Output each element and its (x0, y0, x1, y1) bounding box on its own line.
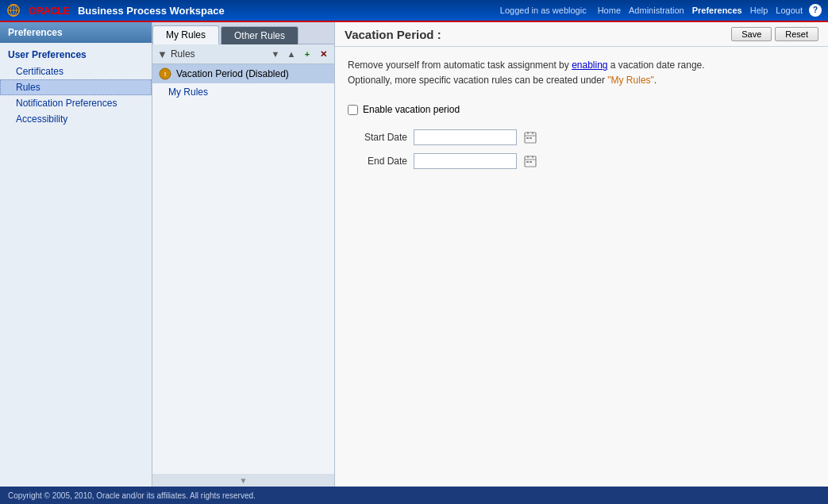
nav-administration[interactable]: Administration (626, 6, 687, 15)
rules-header: ▼ Rules ▼ ▲ + ✕ (152, 44, 334, 64)
add-rule-btn[interactable]: + (301, 48, 314, 60)
rule-item-label: Vacation Period (Disabled) (176, 68, 289, 79)
footer-copyright: Copyright © 2005, 2010, Oracle and/or it… (8, 491, 256, 500)
end-date-calendar-icon[interactable] (523, 154, 537, 168)
desc-line1: Remove yourself from automatic task assi… (348, 60, 705, 71)
start-date-label: Start Date (348, 132, 407, 143)
sidebar-item-rules[interactable]: Rules (0, 79, 152, 95)
content-title: Vacation Period : (345, 28, 441, 41)
end-date-row: End Date (348, 153, 815, 169)
my-rules-link[interactable]: "My Rules" (607, 75, 654, 86)
sidebar-item-certificates[interactable]: Certificates (0, 63, 152, 79)
enable-vacation-row: Enable vacation period (348, 104, 815, 115)
sidebar-header: Preferences (0, 22, 152, 43)
help-circle-icon: ? (809, 4, 822, 17)
nav-home[interactable]: Home (595, 6, 624, 15)
move-down-btn[interactable]: ▼ (269, 48, 282, 60)
nav-preferences[interactable]: Preferences (689, 6, 745, 15)
tabs-bar: My Rules Other Rules (152, 22, 334, 44)
tab-my-rules[interactable]: My Rules (152, 25, 219, 44)
nav-logout[interactable]: Logout (772, 6, 806, 15)
start-date-calendar-icon[interactable] (523, 130, 537, 144)
content-area: Preferences User Preferences Certificate… (0, 22, 828, 487)
content-panel: Vacation Period : Save Reset Remove your… (335, 22, 828, 487)
sidebar-section-label: User Preferences (0, 43, 152, 63)
vacation-period-icon: ! (159, 67, 171, 80)
move-up-btn[interactable]: ▲ (285, 48, 298, 60)
start-date-input[interactable] (414, 129, 517, 145)
nav-help[interactable]: Help (747, 6, 772, 15)
enabling-link[interactable]: enabling (572, 60, 607, 71)
desc-line2: Optionally, more specific vacation rules… (348, 75, 657, 86)
app-title: Business Process Workspace (78, 5, 225, 17)
rule-item-my-rules[interactable]: My Rules (152, 83, 334, 101)
rule-sub-label: My Rules (168, 87, 208, 98)
enable-vacation-checkbox[interactable] (348, 105, 358, 115)
oracle-logo: ORACLE Business Process Workspace (6, 3, 225, 17)
content-toolbar: Vacation Period : Save Reset (335, 22, 828, 47)
top-nav: Logged in as weblogic Home Administratio… (500, 4, 822, 17)
rules-collapse-icon[interactable]: ▼ (157, 48, 168, 60)
remove-rule-btn[interactable]: ✕ (317, 48, 329, 60)
reset-button[interactable]: Reset (775, 27, 818, 41)
svg-rect-10 (526, 137, 529, 139)
sidebar-item-accessibility[interactable]: Accessibility (0, 111, 152, 127)
enable-vacation-label: Enable vacation period (363, 104, 460, 115)
sidebar-item-notification-preferences[interactable]: Notification Preferences (0, 95, 152, 111)
content-body: Remove yourself from automatic task assi… (335, 47, 828, 487)
rules-panel-scroll-bottom: ▼ (152, 474, 334, 487)
footer: Copyright © 2005, 2010, Oracle and/or it… (0, 487, 828, 504)
save-button[interactable]: Save (731, 27, 772, 41)
rules-header-title: Rules (171, 48, 266, 60)
main-container: Preferences User Preferences Certificate… (0, 22, 828, 487)
toolbar-buttons: Save Reset (731, 27, 818, 41)
sidebar: Preferences User Preferences Certificate… (0, 22, 152, 487)
svg-text:!: ! (164, 71, 167, 78)
oracle-globe-icon (6, 3, 21, 17)
svg-rect-17 (530, 161, 532, 163)
rule-item-vacation-period[interactable]: ! Vacation Period (Disabled) (152, 64, 334, 83)
end-date-input[interactable] (414, 153, 517, 169)
end-date-label: End Date (348, 156, 407, 167)
rules-panel: My Rules Other Rules ▼ Rules ▼ ▲ + ✕ ! V… (152, 22, 335, 487)
user-info: Logged in as weblogic (500, 6, 587, 15)
svg-rect-16 (526, 161, 529, 163)
tab-other-rules[interactable]: Other Rules (221, 26, 298, 44)
svg-rect-11 (530, 137, 532, 139)
content-description: Remove yourself from automatic task assi… (348, 58, 815, 88)
start-date-row: Start Date (348, 129, 815, 145)
topbar: ORACLE Business Process Workspace Logged… (0, 0, 828, 22)
